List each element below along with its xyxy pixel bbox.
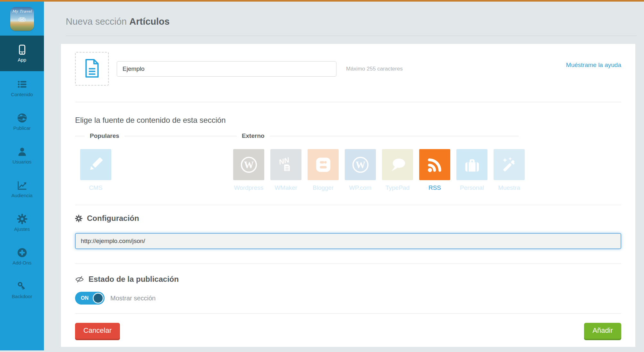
- magic-wand-icon: [494, 149, 525, 180]
- source-tile-label: WP.com: [349, 184, 371, 191]
- source-tile-personal[interactable]: Personal: [456, 149, 487, 191]
- section-name-row: Máximo 255 caracteres Muéstrame la ayuda: [75, 44, 621, 86]
- briefcase-icon: [456, 149, 487, 180]
- page-title-regular: Nueva sección: [66, 16, 129, 27]
- page-title-bold: Artículos: [129, 16, 170, 27]
- source-tile-wmaker[interactable]: NN WMaker: [270, 149, 301, 191]
- sidebar: My Travel GO App Contenido Publicar: [0, 2, 44, 350]
- source-tile-label: Wordpress: [234, 184, 264, 191]
- group-divider-line: [124, 136, 237, 136]
- source-tile-label: Personal: [460, 184, 484, 191]
- sidebar-item-contenido[interactable]: Contenido: [0, 71, 44, 105]
- pencil-icon: [80, 149, 111, 180]
- sidebar-item-label: Publicar: [13, 125, 30, 131]
- source-tile-rss[interactable]: RSS: [419, 149, 450, 191]
- config-heading: Configuración: [75, 214, 621, 223]
- sidebar-item-audiencia[interactable]: Audiencia: [0, 172, 44, 206]
- wpcom-icon: W: [345, 149, 376, 180]
- group-divider-line: [75, 136, 85, 136]
- header-divider: [66, 36, 637, 36]
- wmaker-icon: NN: [270, 149, 301, 180]
- source-tile-label: RSS: [428, 184, 441, 191]
- sidebar-item-label: App: [18, 57, 26, 63]
- source-tile-wpcom[interactable]: W WP.com: [345, 149, 376, 191]
- sidebar-item-backdoor[interactable]: Backdoor: [0, 273, 44, 307]
- section-name-hint: Máximo 255 caracteres: [346, 66, 403, 72]
- page-title: Nueva sección Artículos: [66, 16, 644, 27]
- main-content: Nueva sección Artículos Máximo 255 carac…: [44, 2, 644, 352]
- sidebar-item-ajustes[interactable]: Ajustes: [0, 206, 44, 239]
- toggle-description: Mostrar sección: [110, 295, 156, 302]
- svg-text:W: W: [355, 159, 365, 170]
- source-tile-cms[interactable]: CMS: [80, 149, 111, 191]
- divider: [75, 313, 621, 314]
- gear-icon: [17, 214, 27, 224]
- source-tile-muestra[interactable]: Muestra: [494, 149, 525, 191]
- toggle-state-label: ON: [75, 295, 89, 301]
- source-url-input[interactable]: [75, 233, 621, 249]
- sidebar-item-addons[interactable]: Add-Ons: [0, 239, 44, 273]
- gear-icon: [75, 215, 82, 222]
- line-chart-icon: [17, 180, 27, 191]
- app-logo[interactable]: My Travel GO: [10, 7, 34, 31]
- source-tile-blogger[interactable]: Blogger: [308, 149, 339, 191]
- source-tile-typepad[interactable]: TypePad: [382, 149, 413, 191]
- user-icon: [17, 146, 27, 157]
- source-tile-label: WMaker: [275, 184, 297, 191]
- config-heading-text: Configuración: [87, 214, 139, 223]
- source-tiles-row: CMS W Wordpress NN WMaker Blogger: [75, 149, 621, 191]
- rss-icon: [419, 149, 450, 180]
- source-groups-row: Populares Externo: [75, 132, 621, 139]
- sidebar-item-label: Usuarios: [13, 159, 31, 164]
- group-divider-line: [270, 136, 519, 136]
- estado-heading-text: Estado de la publicación: [89, 275, 179, 284]
- section-icon-dropzone[interactable]: [75, 52, 109, 86]
- page-header: Nueva sección Artículos: [44, 2, 644, 27]
- smartphone-icon: [17, 44, 27, 55]
- eye-slash-icon: [75, 276, 84, 283]
- svg-text:NN: NN: [278, 156, 290, 166]
- plus-circle-icon: [17, 247, 27, 258]
- source-tile-label: Blogger: [313, 184, 334, 191]
- source-tile-label: Muestra: [498, 184, 520, 191]
- group-label-populares: Populares: [90, 132, 119, 139]
- sidebar-item-label: Add-Ons: [13, 260, 31, 265]
- form-actions: Cancelar Añadir: [75, 323, 621, 339]
- app-logo-title: My Travel: [10, 9, 34, 13]
- globe-icon: [17, 113, 27, 123]
- estado-heading: Estado de la publicación: [75, 275, 621, 284]
- new-section-form: Máximo 255 caracteres Muéstrame la ayuda…: [61, 44, 635, 347]
- source-tile-wordpress[interactable]: W Wordpress: [233, 149, 264, 191]
- sidebar-item-label: Audiencia: [12, 193, 33, 198]
- sidebar-item-app[interactable]: App: [0, 36, 44, 71]
- sidebar-item-label: Contenido: [11, 92, 33, 97]
- list-icon: [17, 79, 27, 90]
- divider: [75, 264, 621, 264]
- sidebar-item-label: Backdoor: [12, 294, 32, 299]
- key-icon: [17, 281, 27, 292]
- show-help-link[interactable]: Muéstrame la ayuda: [566, 62, 621, 69]
- divider: [75, 102, 621, 102]
- sidebar-item-label: Ajustes: [14, 226, 30, 232]
- publish-toggle-row: ON Mostrar sección: [75, 292, 621, 305]
- app-logo-badge: GO: [18, 17, 26, 22]
- group-label-externo: Externo: [242, 132, 265, 139]
- source-heading: Elige la fuente de contenido de esta sec…: [75, 116, 621, 125]
- top-accent-bar: [0, 0, 644, 2]
- sidebar-item-publicar[interactable]: Publicar: [0, 105, 44, 138]
- wordpress-icon: W: [233, 149, 264, 180]
- divider: [75, 205, 621, 205]
- sidebar-nav: App Contenido Publicar Usuarios Audienci: [0, 36, 44, 307]
- cancel-button[interactable]: Cancelar: [75, 323, 120, 339]
- blogger-icon: [308, 149, 339, 180]
- toggle-knob[interactable]: [93, 293, 104, 304]
- add-button[interactable]: Añadir: [584, 323, 621, 339]
- section-name-input[interactable]: [117, 61, 336, 77]
- publish-toggle[interactable]: ON: [75, 292, 105, 305]
- source-tile-label: CMS: [89, 184, 102, 191]
- source-tile-label: TypePad: [386, 184, 410, 191]
- sidebar-item-usuarios[interactable]: Usuarios: [0, 138, 44, 172]
- typepad-icon: [382, 149, 413, 180]
- document-icon: [83, 58, 101, 80]
- svg-text:W: W: [244, 159, 254, 170]
